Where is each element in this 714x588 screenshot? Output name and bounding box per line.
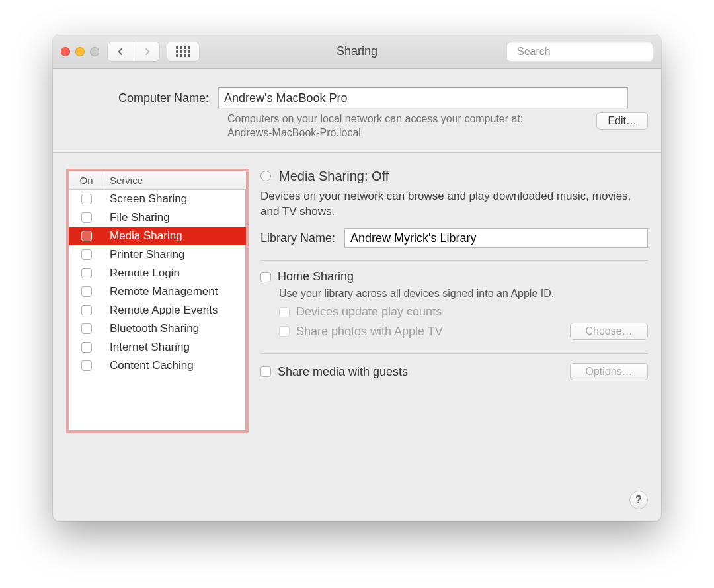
service-label: File Sharing — [104, 211, 246, 224]
services-header-service: Service — [104, 171, 246, 189]
computer-name-input[interactable] — [218, 87, 628, 108]
service-checkbox[interactable] — [81, 323, 92, 334]
computer-name-hint: Computers on your local network can acce… — [227, 112, 596, 140]
separator — [260, 260, 648, 261]
service-row[interactable]: Screen Sharing — [69, 190, 246, 208]
close-window-button[interactable] — [61, 47, 70, 56]
titlebar: Sharing — [53, 34, 661, 69]
service-status-title: Media Sharing: Off — [279, 169, 389, 184]
library-name-label: Library Name: — [260, 231, 335, 245]
zoom-window-button[interactable] — [90, 47, 99, 56]
chevron-right-icon — [143, 48, 151, 56]
service-checkbox[interactable] — [81, 249, 92, 260]
edit-hostname-button[interactable]: Edit… — [596, 112, 648, 130]
service-label: Printer Sharing — [104, 248, 246, 261]
service-row[interactable]: File Sharing — [69, 208, 246, 227]
play-counts-label: Devices update play counts — [296, 305, 442, 319]
service-checkbox[interactable] — [81, 286, 92, 297]
share-photos-checkbox[interactable] — [279, 326, 290, 337]
service-checkbox[interactable] — [81, 360, 92, 371]
computer-name-hint-line2: Andrews-MacBook-Pro.local — [227, 127, 361, 138]
chevron-left-icon — [116, 48, 124, 56]
service-checkbox[interactable] — [81, 231, 92, 241]
library-name-input[interactable] — [344, 228, 648, 248]
home-sharing-desc: Use your library across all devices sign… — [279, 288, 648, 300]
service-detail: Media Sharing: Off Devices on your netwo… — [260, 169, 648, 508]
service-checkbox[interactable] — [81, 305, 92, 315]
service-row[interactable]: Content Caching — [69, 357, 246, 375]
show-all-button[interactable] — [167, 42, 200, 62]
service-label: Media Sharing — [104, 230, 246, 243]
preferences-window: Sharing Computer Name: Computers on your… — [53, 34, 661, 521]
play-counts-checkbox[interactable] — [279, 307, 290, 317]
services-list-body[interactable]: Screen SharingFile SharingMedia SharingP… — [69, 190, 246, 431]
service-row[interactable]: Remote Login — [69, 264, 246, 282]
minimize-window-button[interactable] — [75, 47, 85, 56]
service-description: Devices on your network can browse and p… — [260, 189, 648, 220]
choose-photos-button[interactable]: Choose… — [570, 323, 648, 340]
back-button[interactable] — [107, 42, 134, 62]
service-label: Remote Login — [104, 267, 246, 280]
share-guests-label: Share media with guests — [278, 365, 408, 379]
services-header: On Service — [69, 171, 246, 190]
search-field[interactable] — [506, 42, 653, 62]
service-checkbox[interactable] — [81, 268, 92, 278]
separator — [260, 353, 648, 354]
services-list: On Service Screen SharingFile SharingMed… — [66, 169, 249, 433]
service-row[interactable]: Remote Management — [69, 282, 246, 301]
share-photos-label: Share photos with Apple TV — [296, 325, 443, 339]
service-label: Bluetooth Sharing — [104, 322, 246, 335]
service-checkbox[interactable] — [81, 212, 92, 223]
home-sharing-label: Home Sharing — [278, 270, 354, 284]
service-row[interactable]: Internet Sharing — [69, 338, 246, 357]
home-sharing-checkbox[interactable] — [260, 272, 271, 282]
services-header-on: On — [69, 171, 104, 189]
service-checkbox[interactable] — [81, 342, 92, 353]
service-label: Remote Apple Events — [104, 304, 246, 317]
service-row[interactable]: Bluetooth Sharing — [69, 319, 246, 338]
service-row[interactable]: Printer Sharing — [69, 245, 246, 264]
service-row[interactable]: Media Sharing — [69, 227, 246, 245]
status-indicator-icon — [260, 171, 271, 181]
service-label: Internet Sharing — [104, 341, 246, 354]
computer-name-hint-line1: Computers on your local network can acce… — [227, 113, 523, 124]
service-label: Content Caching — [104, 359, 246, 372]
computer-name-section: Computer Name: Computers on your local n… — [53, 69, 661, 153]
share-guests-checkbox[interactable] — [260, 366, 271, 377]
help-button[interactable]: ? — [629, 491, 648, 509]
service-label: Remote Management — [104, 285, 246, 298]
computer-name-label: Computer Name: — [66, 91, 218, 105]
window-controls — [61, 47, 99, 56]
service-checkbox[interactable] — [81, 194, 92, 204]
search-input[interactable] — [516, 45, 651, 58]
service-label: Screen Sharing — [104, 192, 246, 206]
grid-icon — [176, 46, 190, 57]
guest-options-button[interactable]: Options… — [570, 363, 648, 380]
forward-button[interactable] — [134, 42, 160, 62]
service-row[interactable]: Remote Apple Events — [69, 301, 246, 319]
nav-back-forward — [107, 42, 160, 62]
